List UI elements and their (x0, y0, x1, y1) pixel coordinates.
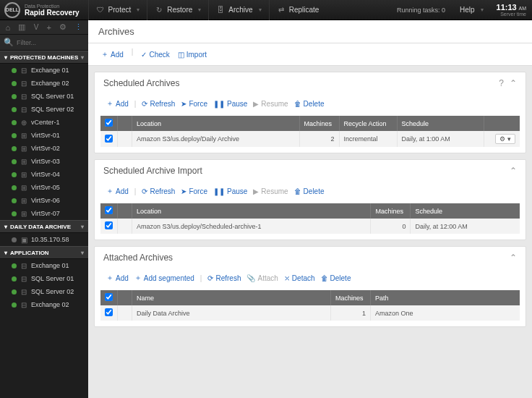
sidebar-item[interactable]: ⊞VirtSvr-06 (0, 194, 88, 207)
add-button[interactable]: ＋Add (103, 97, 132, 110)
sidebar-item[interactable]: ⊟SQL Server 02 (0, 285, 88, 298)
machine-icon: ▣ (20, 236, 27, 244)
detach-button[interactable]: ⤫Detach (281, 273, 318, 284)
replicate-menu[interactable]: ⇄Replicate (269, 0, 327, 20)
sidebar-item-label: Exchange 02 (31, 301, 69, 308)
force-button[interactable]: ➤Force (178, 186, 210, 197)
row-checkbox[interactable] (105, 308, 113, 316)
attached-archives-panel: Attached Archives ⌃ ＋Add ＋Add segmented|… (94, 246, 526, 327)
machine-icon: ⊕ (20, 119, 27, 127)
machine-icon: ⊞ (20, 197, 27, 205)
machine-icon: ⊟ (20, 106, 27, 114)
help-icon[interactable]: ? (499, 78, 504, 88)
status-dot (12, 107, 17, 112)
filter-input[interactable] (17, 39, 88, 46)
refresh-button[interactable]: ⟳Refresh (139, 186, 178, 197)
panel-title: Scheduled Archive Import (103, 166, 202, 176)
sidebar-item[interactable]: ▣10.35.170.58 (0, 233, 88, 246)
select-all-checkbox[interactable] (105, 119, 113, 127)
check-button[interactable]: ✓Check (138, 48, 172, 61)
v-icon[interactable]: V (34, 23, 39, 31)
add-segmented-button[interactable]: ＋Add segmented (132, 271, 197, 284)
force-button[interactable]: ➤Force (178, 98, 210, 109)
help-menu[interactable]: Help▾ (452, 0, 491, 20)
status-dot (12, 94, 17, 99)
gear-icon[interactable]: ⚙ (59, 22, 66, 32)
protect-menu[interactable]: 🛡Protect▾ (88, 0, 147, 20)
status-dot (12, 289, 17, 295)
add-button[interactable]: ＋Add (103, 271, 132, 284)
scheduled-import-panel: Scheduled Archive Import ⌃ ＋Add| ⟳Refres… (94, 159, 526, 240)
add-button[interactable]: ＋Add (103, 185, 132, 198)
sidebar-item-label: VirtSvr-02 (31, 145, 60, 152)
search-icon: 🔍 (4, 38, 14, 47)
sidebar-section-header[interactable]: ▾APPLICATION▾ (0, 246, 88, 259)
restore-menu[interactable]: ↻Restore▾ (147, 0, 208, 20)
table-row[interactable]: Daily Data Archive 1 Amazon One (100, 305, 520, 321)
delete-button[interactable]: 🗑Delete (291, 98, 327, 109)
more-icon[interactable]: ⋮ (74, 22, 82, 32)
sidebar-section-header[interactable]: ▾PROTECTED MACHINES▾ (0, 51, 88, 64)
import-button[interactable]: ◫Import (175, 48, 210, 61)
archive-menu[interactable]: 🗄Archive▾ (208, 0, 268, 20)
sidebar-item-label: vCenter-1 (31, 119, 60, 126)
machine-icon: ⊞ (20, 132, 27, 140)
status-dot (12, 133, 17, 138)
collapse-icon[interactable]: ⌃ (510, 253, 517, 263)
delete-button[interactable]: 🗑Delete (291, 186, 327, 197)
sidebar-item[interactable]: ⊟Exchange 01 (0, 64, 88, 77)
restore-icon: ↻ (155, 6, 163, 14)
machine-icon: ⊟ (20, 262, 27, 270)
status-dot (12, 302, 17, 308)
add-button[interactable]: ＋Add (98, 48, 126, 61)
search-box[interactable]: 🔍 ◎ (0, 35, 88, 51)
machine-icon: ⊟ (20, 80, 27, 88)
home-icon[interactable]: ⌂ (6, 23, 11, 32)
sidebar-item[interactable]: ⊞VirtSvr-01 (0, 129, 88, 142)
pause-button[interactable]: ❚❚Pause (210, 186, 250, 197)
sidebar-item-label: VirtSvr-05 (31, 184, 60, 191)
sidebar-item[interactable]: ⊕vCenter-1 (0, 116, 88, 129)
sidebar-section-header[interactable]: ▾DAILY DATA ARCHIVE▾ (0, 220, 88, 233)
row-checkbox[interactable] (105, 135, 113, 143)
sidebar-item[interactable]: ⊞VirtSvr-07 (0, 207, 88, 220)
collapse-icon[interactable]: ⌃ (510, 78, 517, 88)
machine-icon: ⊞ (20, 158, 27, 166)
select-all-checkbox[interactable] (105, 206, 113, 214)
plus-icon: ＋ (134, 273, 142, 283)
sidebar-item-label: VirtSvr-06 (31, 197, 60, 204)
sidebar-item-label: VirtSvr-04 (31, 171, 60, 178)
sidebar-item[interactable]: ⊞VirtSvr-02 (0, 142, 88, 155)
machine-icon: ⊞ (20, 184, 27, 192)
sidebar-item[interactable]: ⊟Exchange 02 (0, 298, 88, 311)
table-row[interactable]: Amazon S3/us.deploy/Scheduled-archive-1 … (100, 219, 520, 234)
sidebar-item[interactable]: ⊟Exchange 01 (0, 259, 88, 272)
refresh-button[interactable]: ⟳Refresh (139, 98, 178, 109)
select-all-checkbox[interactable] (105, 293, 113, 301)
bars-icon[interactable]: ▥ (18, 22, 25, 32)
delete-button[interactable]: 🗑Delete (318, 273, 354, 284)
collapse-icon[interactable]: ⌃ (510, 166, 517, 176)
sidebar-item[interactable]: ⊟SQL Server 01 (0, 90, 88, 103)
status-dot (12, 276, 17, 281)
running-tasks[interactable]: Running tasks: 0 (390, 7, 452, 14)
plus-icon: ＋ (101, 49, 108, 59)
pause-button[interactable]: ❚❚Pause (210, 98, 250, 109)
machine-icon: ⊞ (20, 210, 27, 218)
trash-icon: 🗑 (294, 100, 301, 108)
plus-icon[interactable]: + (47, 23, 51, 32)
refresh-button[interactable]: ⟳Refresh (205, 273, 244, 284)
sidebar-item[interactable]: ⊟SQL Server 02 (0, 103, 88, 116)
chevron-down-icon: ▾ (81, 250, 84, 256)
chevron-down-icon: ▾ (81, 224, 84, 230)
sidebar-item[interactable]: ⊞VirtSvr-04 (0, 168, 88, 181)
sidebar-item[interactable]: ⊟SQL Server 01 (0, 272, 88, 285)
table-row[interactable]: Amazon S3/us.deploy/Daily Archive 2 Incr… (100, 131, 520, 147)
row-actions-button[interactable]: ⚙ ▾ (495, 134, 515, 144)
detach-icon: ⤫ (284, 274, 290, 282)
sidebar-item[interactable]: ⊞VirtSvr-03 (0, 155, 88, 168)
import-icon: ◫ (178, 51, 184, 59)
row-checkbox[interactable] (105, 221, 113, 229)
sidebar-item[interactable]: ⊞VirtSvr-05 (0, 181, 88, 194)
sidebar-item[interactable]: ⊟Exchange 02 (0, 77, 88, 90)
